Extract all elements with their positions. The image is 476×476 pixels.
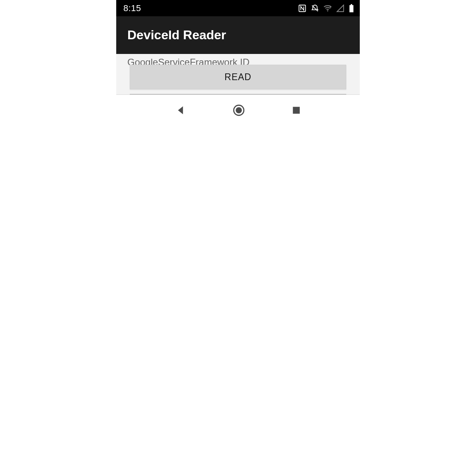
phone-frame: 8:15 DeviceId Reader GoogleServiceFramew… — [116, 0, 360, 169]
read-button-wrap: READ — [130, 65, 346, 89]
navigation-bar — [116, 95, 360, 126]
svg-point-6 — [236, 107, 242, 113]
cellular-signal-icon — [336, 4, 345, 13]
svg-rect-4 — [351, 4, 352, 5]
app-title: DeviceId Reader — [127, 28, 226, 42]
recent-apps-icon[interactable] — [291, 105, 301, 115]
wifi-icon — [323, 4, 332, 13]
app-bar: DeviceId Reader — [116, 16, 360, 54]
svg-rect-7 — [293, 107, 299, 113]
status-bar: 8:15 — [116, 0, 360, 16]
svg-point-2 — [327, 10, 328, 11]
content-area: GoogleServiceFramework ID READ — [116, 54, 360, 95]
back-icon[interactable] — [175, 104, 186, 116]
home-icon[interactable] — [232, 104, 246, 117]
battery-icon — [349, 4, 354, 13]
nfc-icon — [298, 4, 307, 13]
status-icons — [298, 4, 354, 13]
status-time: 8:15 — [123, 3, 141, 13]
do-not-disturb-icon — [311, 4, 319, 13]
bottom-spacer — [116, 126, 360, 169]
svg-rect-3 — [349, 5, 353, 12]
read-button[interactable]: READ — [130, 65, 346, 89]
